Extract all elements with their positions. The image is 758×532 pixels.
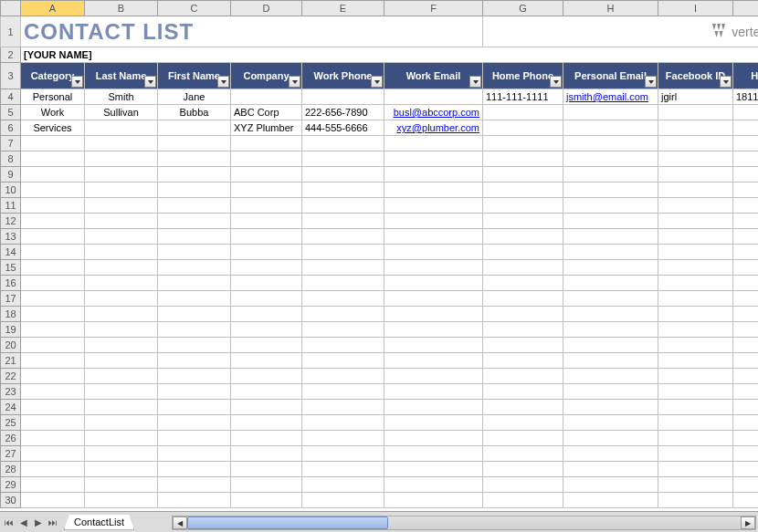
row-header-11[interactable]: 11 (1, 198, 21, 214)
cell[interactable] (231, 136, 302, 151)
cell[interactable] (85, 183, 158, 198)
cell[interactable] (384, 214, 483, 229)
cell[interactable] (158, 151, 231, 167)
row-header-2[interactable]: 2 (1, 47, 21, 63)
cell[interactable] (231, 338, 302, 353)
cell[interactable]: 111-111-1111 (483, 89, 563, 105)
cell[interactable] (158, 260, 231, 276)
sheet-tab[interactable]: ContactList (64, 515, 134, 530)
cell[interactable] (158, 229, 231, 245)
cell[interactable] (384, 151, 483, 167)
cell[interactable] (733, 477, 759, 493)
cell[interactable] (158, 446, 231, 462)
cell[interactable] (85, 307, 158, 322)
cell[interactable] (733, 431, 759, 446)
cell[interactable] (483, 446, 563, 462)
cell[interactable] (563, 462, 658, 477)
cell[interactable] (21, 493, 85, 508)
cell[interactable] (21, 151, 85, 167)
cell[interactable] (302, 291, 384, 307)
cell[interactable] (231, 167, 302, 183)
cell[interactable] (733, 245, 759, 260)
cell[interactable] (231, 446, 302, 462)
cell[interactable] (483, 276, 563, 291)
cell[interactable]: jgirl (658, 89, 733, 105)
header-company[interactable]: Company (231, 63, 302, 89)
cell[interactable] (384, 477, 483, 493)
cell[interactable] (158, 136, 231, 151)
cell[interactable] (231, 384, 302, 400)
col-header-c[interactable]: C (158, 1, 231, 16)
cell[interactable] (158, 384, 231, 400)
header-facebook-id[interactable]: Facebook ID (658, 63, 733, 89)
cell[interactable] (158, 214, 231, 229)
cell[interactable] (302, 198, 384, 214)
header-home-phone[interactable]: Home Phone (483, 63, 563, 89)
cell[interactable] (158, 400, 231, 415)
cell[interactable] (483, 353, 563, 369)
cell[interactable] (158, 322, 231, 338)
cell[interactable] (302, 477, 384, 493)
cell[interactable] (563, 307, 658, 322)
cell[interactable] (302, 260, 384, 276)
cell[interactable] (384, 245, 483, 260)
cell[interactable] (158, 431, 231, 446)
cell[interactable]: xyz@plumber.com (384, 120, 483, 136)
cell[interactable] (563, 198, 658, 214)
cell[interactable] (302, 183, 384, 198)
cell[interactable] (158, 198, 231, 214)
cell[interactable] (563, 446, 658, 462)
header-home[interactable]: Home (733, 63, 759, 89)
cell[interactable]: Work (21, 105, 85, 120)
cell[interactable] (302, 245, 384, 260)
cell[interactable] (563, 120, 658, 136)
cell[interactable] (733, 214, 759, 229)
cell[interactable] (85, 400, 158, 415)
cell[interactable] (483, 322, 563, 338)
cell[interactable] (384, 353, 483, 369)
cell[interactable]: ABC Corp (231, 105, 302, 120)
cell[interactable] (483, 415, 563, 431)
cell[interactable] (231, 369, 302, 384)
cell[interactable] (563, 229, 658, 245)
row-header-20[interactable]: 20 (1, 338, 21, 353)
cell[interactable] (231, 493, 302, 508)
scroll-thumb[interactable] (187, 516, 388, 529)
row-header-27[interactable]: 27 (1, 446, 21, 462)
cell[interactable] (231, 151, 302, 167)
cell[interactable] (658, 307, 733, 322)
cell[interactable] (733, 353, 759, 369)
cell[interactable] (158, 338, 231, 353)
header-personal-email[interactable]: Personal Email (563, 63, 658, 89)
cell[interactable] (658, 229, 733, 245)
cell[interactable] (302, 431, 384, 446)
cell[interactable] (231, 229, 302, 245)
cell[interactable] (302, 229, 384, 245)
cell[interactable] (733, 136, 759, 151)
cell[interactable] (563, 477, 658, 493)
cell[interactable] (384, 291, 483, 307)
cell[interactable] (384, 338, 483, 353)
cell[interactable] (21, 183, 85, 198)
filter-dropdown-icon[interactable] (144, 76, 156, 88)
cell[interactable] (733, 183, 759, 198)
cell[interactable] (158, 477, 231, 493)
header-category[interactable]: Category (21, 63, 85, 89)
cell[interactable] (302, 322, 384, 338)
cell[interactable] (231, 260, 302, 276)
row-header-6[interactable]: 6 (1, 120, 21, 136)
cell[interactable] (733, 446, 759, 462)
row-header-13[interactable]: 13 (1, 229, 21, 245)
row-header-15[interactable]: 15 (1, 260, 21, 276)
cell[interactable] (384, 400, 483, 415)
row-header-29[interactable]: 29 (1, 477, 21, 493)
cell[interactable] (483, 167, 563, 183)
cell[interactable] (658, 214, 733, 229)
col-header-i[interactable]: I (658, 1, 733, 16)
cell[interactable] (658, 369, 733, 384)
row-header-14[interactable]: 14 (1, 245, 21, 260)
cell[interactable] (563, 400, 658, 415)
cell[interactable] (85, 353, 158, 369)
cell[interactable] (302, 462, 384, 477)
cell[interactable] (733, 384, 759, 400)
